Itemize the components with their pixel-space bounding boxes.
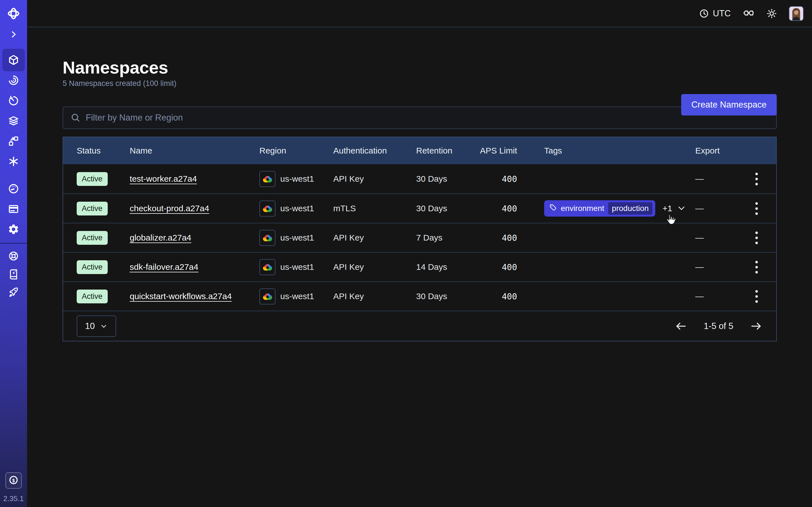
namespaces-cube-icon [8,54,19,66]
temporal-logo-icon [6,6,21,21]
name-cell: globalizer.a27a4 [116,233,246,242]
next-page-button[interactable] [750,320,763,333]
table-row: Active sdk-failover.a27a4 us-west1 API K… [63,252,776,281]
filter-input[interactable] [86,113,769,123]
tag-chip-group: environment production +1 [544,200,686,217]
namespace-link[interactable]: globalizer.a27a4 [130,233,192,242]
authentication-value: mTLS [333,204,356,213]
tags-more-count: +1 [663,204,672,213]
sidebar-item-namespaces[interactable] [2,49,25,71]
row-menu-button[interactable] [753,258,761,276]
table-row: Active quickstart-workflows.a27a4 us-wes… [63,281,776,311]
status-badge: Active [77,172,108,186]
export-cell: — [682,233,737,242]
aps-limit-cell: 400 [468,291,530,301]
status-badge: Active [77,231,108,245]
column-header-authentication: Authentication [320,146,403,156]
authentication-cell: API Key [320,174,403,184]
row-menu-button[interactable] [753,200,761,218]
export-value: — [695,174,704,184]
aps-limit-cell: 400 [468,233,530,243]
tag-chip[interactable]: environment production [544,200,655,217]
sidebar-item-workflows[interactable] [2,70,25,91]
namespaces-page: Namespaces 5 Namespaces created (100 lim… [27,57,812,341]
sidebar-item-settings[interactable] [2,219,25,239]
user-avatar[interactable] [789,6,804,21]
table-header-row: Status Name Region Authentication Retent… [63,137,776,164]
credits-button[interactable]: $ [5,472,22,489]
namespace-link[interactable]: quickstart-workflows.a27a4 [130,291,232,301]
screen: $ 2.35.1 UTC [0,0,812,507]
aps-limit-value: 400 [502,233,517,243]
sidebar-item-docs[interactable] [2,264,25,284]
sidebar-item-deployments[interactable] [2,111,25,131]
namespace-link[interactable]: test-worker.a27a4 [130,174,197,184]
authentication-cell: API Key [320,291,403,301]
sidebar-expand-button[interactable] [7,28,20,41]
lifebuoy-icon [8,250,19,262]
retention-cell: 30 Days [403,204,468,213]
page-size-select[interactable]: 10 [77,316,116,337]
region-label: us-west1 [280,233,314,242]
export-value: — [695,291,704,301]
status-badge: Active [77,202,108,216]
spiral-icon [8,74,19,86]
sidebar-item-schedules[interactable] [2,91,25,111]
timer-icon [8,95,19,107]
sidebar-item-getting-started[interactable] [2,282,25,302]
svg-text:$: $ [12,478,15,483]
sidebar-item-support[interactable] [2,246,25,266]
authentication-cell: mTLS [320,204,403,213]
column-header-name: Name [116,146,246,156]
labs-button[interactable] [743,8,755,19]
authentication-value: API Key [333,233,364,242]
name-cell: checkout-prod.a27a4 [116,204,246,213]
row-menu-button[interactable] [753,229,761,247]
asterisk-icon [8,156,19,167]
retention-cell: 7 Days [403,233,468,242]
aps-limit-value: 400 [502,262,517,272]
page-subtitle: 5 Namespaces created (100 limit) [63,79,777,88]
page-title: Namespaces [63,57,777,78]
create-namespace-button[interactable]: Create Namespace [681,94,777,115]
pagination-bar: 10 1-5 of 5 [63,311,776,341]
region-cell: us-west1 [246,288,320,304]
tags-cell: environment production +1 [530,200,682,217]
row-menu-button[interactable] [753,170,761,188]
chevron-down-icon [100,322,108,330]
retention-value: 14 Days [416,262,447,272]
sidebar-nav-primary [0,50,27,172]
sidebar-item-batch-operations[interactable] [2,131,25,151]
namespace-link[interactable]: checkout-prod.a27a4 [130,204,209,213]
previous-page-button[interactable] [674,320,688,333]
gcp-region-icon [259,201,275,217]
region-label: us-west1 [280,291,314,301]
tag-key: environment [561,204,604,213]
region-cell: us-west1 [246,230,320,246]
aps-limit-cell: 400 [468,262,530,272]
row-menu-button[interactable] [753,287,761,305]
retention-value: 30 Days [416,291,447,301]
sidebar-item-nexus[interactable] [2,151,25,172]
retention-cell: 30 Days [403,291,468,301]
export-value: — [695,233,704,242]
region-cell: us-west1 [246,171,320,187]
authentication-cell: API Key [320,262,403,272]
timezone-button[interactable]: UTC [699,8,731,18]
table-row: Active test-worker.a27a4 us-west1 API Ke… [63,164,776,193]
sidebar-divider [0,243,27,244]
column-header-status: Status [63,146,116,156]
namespace-link[interactable]: sdk-failover.a27a4 [130,262,199,272]
gauge-icon [8,183,19,194]
aps-limit-value: 400 [502,174,517,184]
sidebar-item-usage[interactable] [2,179,25,199]
actions-cell [737,200,776,218]
sidebar-nav-account [0,179,27,239]
theme-toggle-button[interactable] [766,8,777,19]
region-label: us-west1 [280,174,314,184]
table-row: Active globalizer.a27a4 us-west1 API Key… [63,223,776,252]
billing-card-icon [8,203,19,215]
column-header-retention: Retention [403,146,468,156]
sidebar-item-billing[interactable] [2,199,25,219]
region-label: us-west1 [280,204,314,213]
